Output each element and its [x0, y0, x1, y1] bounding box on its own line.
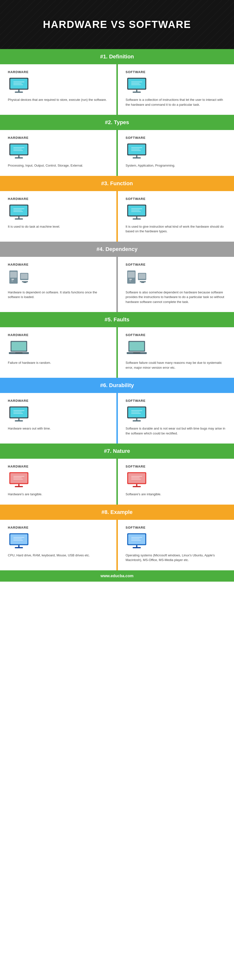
svg-rect-43 — [133, 218, 141, 220]
svg-rect-91 — [15, 486, 23, 487]
hardware-icon-nature — [8, 471, 30, 488]
svg-rect-69 — [129, 342, 144, 351]
hardware-icon-faults — [8, 340, 30, 357]
svg-rect-6 — [13, 83, 22, 84]
hardware-col-nature: HARDWARE Hardware's are tangible. — [0, 459, 116, 504]
software-label-types: SOFTWARE — [126, 136, 146, 140]
hardware-icon-example — [8, 532, 30, 549]
svg-rect-103 — [131, 479, 141, 480]
section-header-nature: #7. Nature — [0, 444, 234, 459]
hardware-text-durability: Hardware wears out with time. — [8, 426, 51, 431]
svg-rect-117 — [131, 537, 142, 538]
software-label-example: SOFTWARE — [126, 526, 146, 529]
hardware-label-nature: HARDWARE — [8, 465, 28, 468]
svg-rect-47 — [131, 211, 141, 212]
hardware-text-faults: Failure of hardware is random. — [8, 360, 51, 365]
svg-rect-39 — [13, 211, 23, 212]
software-icon-definition — [126, 77, 148, 94]
software-icon-function — [126, 204, 148, 221]
software-text-faults: Software failure could have many reasons… — [126, 360, 226, 370]
content-row-dependency: HARDWARE Hardware is dependent on softwa… — [0, 257, 234, 312]
svg-rect-15 — [131, 84, 141, 85]
software-col-faults: SOFTWARE Software failure could have man… — [118, 327, 234, 378]
software-text-durability: Software is durable and is not wear out … — [126, 426, 226, 436]
hardware-text-definition: Physical devices that are required to st… — [8, 97, 107, 102]
content-row-definition: HARDWARE Physical devices that are requi… — [0, 64, 234, 115]
footer: www.educba.com — [0, 570, 234, 582]
svg-rect-115 — [133, 547, 141, 548]
svg-rect-102 — [131, 477, 139, 478]
svg-rect-49 — [10, 272, 17, 277]
software-col-dependency: SOFTWARE Software is also somehow depend… — [118, 257, 234, 312]
svg-rect-107 — [15, 547, 23, 548]
software-text-example: Operating systems (Microsoft windows, Li… — [126, 553, 226, 563]
svg-rect-53 — [21, 274, 28, 278]
svg-rect-79 — [13, 413, 23, 414]
svg-rect-21 — [13, 147, 25, 148]
svg-rect-77 — [13, 410, 25, 411]
section-header-faults: #5. Faults — [0, 312, 234, 327]
svg-rect-58 — [129, 278, 131, 280]
svg-rect-22 — [13, 149, 22, 150]
section-header-dependency: #4. Dependency — [0, 242, 234, 257]
hardware-col-faults: HARDWARE Failure of hardware is random. — [0, 327, 116, 378]
svg-rect-38 — [13, 210, 22, 210]
svg-rect-31 — [131, 150, 141, 151]
hero-title: HARDWARE VS SOFTWARE — [43, 19, 191, 30]
svg-rect-57 — [128, 272, 135, 277]
software-text-types: System, Application, Programming. — [126, 163, 175, 168]
content-row-faults: HARDWARE Failure of hardware is random. … — [0, 327, 234, 378]
svg-rect-14 — [131, 83, 139, 84]
software-text-definition: Software is a collection of instructions… — [126, 97, 226, 107]
section-header-types: #2. Types — [0, 115, 234, 130]
content-row-types: HARDWARE Processing, Input, Output, Cont… — [0, 130, 234, 176]
hardware-label-dependency: HARDWARE — [8, 263, 28, 266]
hardware-col-types: HARDWARE Processing, Input, Output, Cont… — [0, 130, 116, 176]
software-icon-nature — [126, 471, 148, 488]
software-label-faults: SOFTWARE — [126, 333, 146, 337]
section-header-durability: #6. Durability — [0, 378, 234, 393]
hardware-col-durability: HARDWARE Hardware wears out with time. — [0, 393, 116, 444]
software-label-nature: SOFTWARE — [126, 465, 146, 468]
hardware-text-example: CPU, Hard drive, RAM, keyboard, Mouse, U… — [8, 553, 90, 558]
svg-rect-118 — [131, 538, 139, 539]
software-label-dependency: SOFTWARE — [126, 263, 146, 266]
svg-rect-86 — [131, 412, 139, 412]
svg-rect-110 — [13, 538, 22, 539]
software-text-dependency: Software is also somehow dependent on ha… — [126, 290, 226, 304]
hero-section: HARDWARE VS SOFTWARE — [0, 0, 234, 49]
svg-rect-13 — [131, 81, 142, 82]
software-col-nature: SOFTWARE Software's are intangible. — [118, 459, 234, 504]
hardware-col-function: HARDWARE It is used to do task at machin… — [0, 191, 116, 242]
svg-rect-71 — [133, 352, 140, 353]
svg-rect-65 — [11, 342, 26, 351]
svg-rect-54 — [22, 281, 28, 282]
hardware-label-example: HARDWARE — [8, 526, 28, 529]
svg-rect-67 — [15, 352, 22, 353]
software-text-function: It is used to give instruction what kind… — [126, 224, 226, 234]
svg-rect-87 — [131, 413, 141, 414]
svg-rect-29 — [131, 147, 142, 148]
svg-rect-45 — [131, 208, 142, 209]
section-header-example: #8. Example — [0, 504, 234, 520]
software-icon-example — [126, 532, 148, 549]
software-icon-faults — [126, 340, 148, 357]
hardware-icon-types — [8, 143, 30, 160]
hardware-text-nature: Hardware's are tangible. — [8, 492, 43, 497]
software-col-durability: SOFTWARE Software is durable and is not … — [118, 393, 234, 444]
svg-rect-59 — [129, 280, 131, 281]
svg-rect-3 — [15, 92, 23, 93]
software-icon-durability — [126, 406, 148, 423]
software-icon-dependency — [126, 269, 148, 286]
sections-container: #1. Definition HARDWARE Physical devices… — [0, 49, 234, 570]
content-row-example: HARDWARE CPU, Hard drive, RAM, keyboard,… — [0, 520, 234, 570]
svg-rect-101 — [131, 476, 142, 477]
svg-rect-109 — [13, 537, 25, 538]
software-col-definition: SOFTWARE Software is a collection of ins… — [118, 64, 234, 115]
software-col-example: SOFTWARE Operating systems (Microsoft wi… — [118, 520, 234, 570]
hardware-text-function: It is used to do task at machine level. — [8, 224, 60, 229]
svg-rect-95 — [13, 479, 23, 480]
hardware-text-dependency: Hardware is dependent on software. It st… — [8, 290, 109, 299]
hardware-col-example: HARDWARE CPU, Hard drive, RAM, keyboard,… — [0, 520, 116, 570]
svg-rect-62 — [140, 281, 145, 282]
